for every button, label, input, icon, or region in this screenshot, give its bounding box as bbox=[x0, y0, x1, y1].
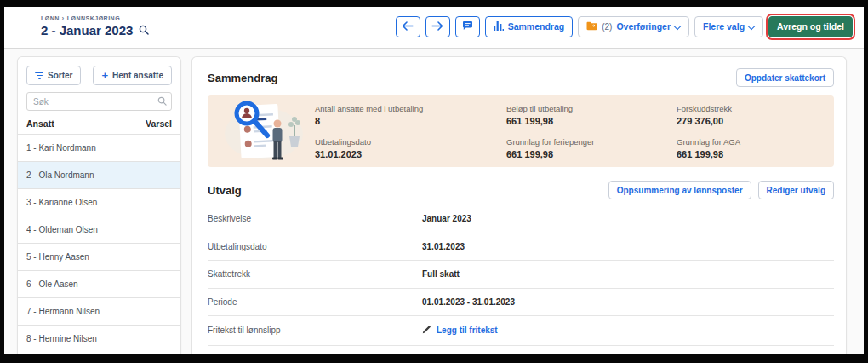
detail-row: SkattetrekkFull skatt bbox=[208, 261, 834, 289]
detail-value: 31.01.2023 bbox=[422, 242, 465, 251]
link-label: Legg til fritekst bbox=[437, 326, 498, 335]
detail-value: Full skatt bbox=[422, 269, 460, 279]
detail-value: 01.01.2023 - 31.01.2023 bbox=[422, 297, 515, 307]
employee-name: 8 - Hermine Nilsen bbox=[26, 334, 97, 343]
employee-list: 1 - Kari Nordmann2 - Ola Nordmann3 - Kar… bbox=[18, 134, 180, 354]
summary-field: Beløp til utbetaling661 199,98 bbox=[506, 104, 677, 126]
hent-ansatte-button[interactable]: + Hent ansatte bbox=[93, 66, 172, 85]
rediger-utvalg-button[interactable]: Rediger utvalg bbox=[758, 181, 834, 199]
employee-name: 5 - Henny Aasen bbox=[26, 252, 89, 262]
chevron-down-icon bbox=[749, 22, 755, 28]
utvalg-title: Utvalg bbox=[208, 184, 242, 197]
back-button[interactable] bbox=[396, 16, 420, 37]
detail-label: Beskrivelse bbox=[208, 214, 422, 223]
detail-label: Skattetrekk bbox=[208, 269, 422, 279]
summary-field-value: 8 bbox=[315, 116, 506, 126]
comments-button[interactable] bbox=[455, 16, 480, 37]
oppdater-skattekort-button[interactable]: Oppdater skattekort bbox=[736, 68, 834, 87]
flere-valg-label: Flere valg bbox=[703, 21, 745, 32]
summary-field-value: 661 199,98 bbox=[506, 116, 677, 126]
employee-row[interactable]: 4 - Oldeman Olsen bbox=[18, 216, 180, 243]
employee-row[interactable]: 3 - Karianne Olsen bbox=[18, 188, 180, 216]
detail-label: Utbetalingsdato bbox=[208, 242, 422, 251]
folder-icon bbox=[586, 21, 597, 32]
summary-field-label: Forskuddstrekk bbox=[677, 104, 829, 113]
employee-row[interactable]: 5 - Henny Aasen bbox=[18, 243, 180, 270]
summary-field-value: 661 199,98 bbox=[677, 149, 829, 159]
employee-search bbox=[26, 92, 172, 111]
summary-field-value: 661 199,98 bbox=[506, 149, 677, 159]
main-panel: Sammendrag Oppdater skattekort bbox=[191, 56, 847, 354]
overforinger-label: Overføringer bbox=[616, 21, 671, 32]
detail-label: Periode bbox=[208, 297, 422, 307]
summary-field-label: Utbetalingsdato bbox=[315, 137, 506, 147]
plus-icon: + bbox=[101, 70, 108, 81]
summary-field-value: 279 376,00 bbox=[677, 116, 829, 126]
arrow-left-icon bbox=[402, 21, 414, 32]
summary-field-label: Beløp til utbetaling bbox=[506, 104, 677, 113]
header-left: LØNN›LØNNSKJØRING 2 - Januar 2023 bbox=[41, 15, 149, 38]
search-input[interactable] bbox=[26, 92, 172, 111]
sammendrag-title: Sammendrag bbox=[208, 72, 277, 84]
employee-name: 2 - Ola Nordmann bbox=[26, 170, 94, 180]
avregn-og-tildel-label: Avregn og tildel bbox=[777, 21, 844, 32]
pencil-icon bbox=[422, 325, 431, 336]
oppsummering-button[interactable]: Oppsummering av lønnsposter bbox=[608, 181, 751, 199]
summary-field: Utbetalingsdato31.01.2023 bbox=[315, 137, 506, 159]
sammendrag-button[interactable]: Sammendrag bbox=[485, 16, 574, 37]
employee-row[interactable]: 8 - Hermine Nilsen bbox=[18, 325, 180, 352]
employee-name: 6 - Ole Aasen bbox=[26, 279, 78, 289]
magnifier-illustration bbox=[216, 98, 308, 164]
employee-row[interactable]: 1 - Kari Nordmann bbox=[18, 134, 180, 161]
detail-row: Periode01.01.2023 - 31.01.2023 bbox=[208, 289, 834, 317]
chevron-down-icon bbox=[675, 22, 681, 28]
forward-button[interactable] bbox=[425, 16, 450, 37]
sorter-button[interactable]: Sorter bbox=[26, 66, 81, 85]
bar-chart-icon bbox=[494, 21, 504, 32]
avregn-og-tildel-button[interactable]: Avregn og tildel bbox=[768, 16, 853, 37]
app-body: Sorter + Hent ansatte Ansatt Varsel 1 - … bbox=[4, 49, 864, 354]
search-icon bbox=[157, 96, 167, 106]
summary-field: Forskuddstrekk279 376,00 bbox=[677, 104, 829, 126]
overforinger-dropdown[interactable]: (2) Overføringer bbox=[578, 16, 689, 37]
employee-name: 4 - Oldeman Olsen bbox=[26, 225, 98, 234]
summary-field: Antall ansatte med i utbetaling8 bbox=[315, 104, 506, 126]
summary-field-label: Antall ansatte med i utbetaling bbox=[315, 104, 506, 113]
detail-row: BeskrivelseJanuar 2023 bbox=[208, 205, 834, 233]
hent-ansatte-label: Hent ansatte bbox=[112, 71, 163, 80]
payroll-app-window: LØNN›LØNNSKJØRING 2 - Januar 2023 bbox=[4, 7, 864, 354]
sammendrag-label: Sammendrag bbox=[508, 21, 565, 32]
summary-field-value: 31.01.2023 bbox=[315, 149, 506, 159]
employee-row[interactable]: 6 - Ole Aasen bbox=[18, 270, 180, 297]
employee-row[interactable]: 7 - Hermann Nilsen bbox=[18, 297, 180, 325]
column-varsel: Varsel bbox=[146, 118, 172, 129]
detail-label: Fritekst til lønnslipp bbox=[208, 326, 422, 335]
sorter-label: Sorter bbox=[48, 71, 72, 80]
breadcrumb-separator: › bbox=[62, 15, 65, 21]
breadcrumb[interactable]: LØNN›LØNNSKJØRING bbox=[41, 15, 149, 21]
chat-icon bbox=[462, 20, 473, 32]
breadcrumb-item[interactable]: LØNNSKJØRING bbox=[67, 15, 120, 21]
employee-name: 7 - Hermann Nilsen bbox=[26, 307, 100, 316]
employee-list-header: Ansatt Varsel bbox=[18, 111, 180, 134]
detail-row: Fritekst til lønnslippLegg til fritekst bbox=[208, 316, 834, 346]
detail-row: Utbetalingsdato31.01.2023 bbox=[208, 233, 834, 262]
header-toolbar: Sammendrag (2) Overføringer Flere valg A… bbox=[396, 16, 853, 37]
breadcrumb-item[interactable]: LØNN bbox=[41, 15, 60, 21]
arrow-right-icon bbox=[431, 21, 443, 32]
summary-field-label: Grunnlag for feriepenger bbox=[506, 137, 677, 147]
overforinger-count: (2) bbox=[602, 22, 612, 32]
summary-field: Grunnlag for AGA661 199,98 bbox=[677, 137, 829, 159]
summary-field-label: Grunnlag for AGA bbox=[677, 137, 829, 147]
flere-valg-dropdown[interactable]: Flere valg bbox=[694, 16, 763, 37]
employee-name: 1 - Kari Nordmann bbox=[26, 143, 96, 153]
summary-banner: Antall ansatte med i utbetaling8Beløp ti… bbox=[208, 95, 834, 167]
employee-row[interactable]: 2 - Ola Nordmann bbox=[18, 161, 180, 188]
employee-name: 3 - Karianne Olsen bbox=[26, 198, 97, 207]
utvalg-details: BeskrivelseJanuar 2023Utbetalingsdato31.… bbox=[208, 205, 834, 346]
search-icon[interactable] bbox=[139, 23, 149, 38]
legg-til-fritekst-link[interactable]: Legg til fritekst bbox=[422, 325, 498, 336]
page-title: 2 - Januar 2023 bbox=[41, 23, 133, 37]
employee-sidebar: Sorter + Hent ansatte Ansatt Varsel 1 - … bbox=[17, 56, 181, 354]
summary-fields: Antall ansatte med i utbetaling8Beløp ti… bbox=[308, 104, 834, 159]
